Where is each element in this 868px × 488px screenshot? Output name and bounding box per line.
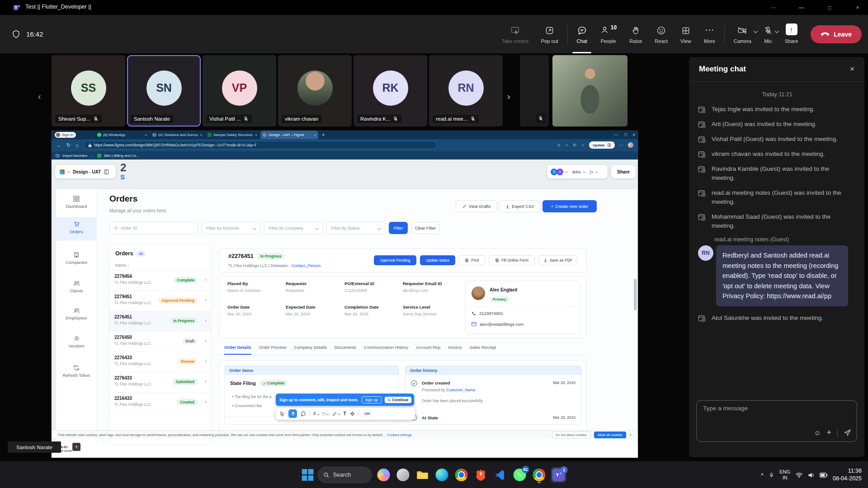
- excel-favicon-icon: [208, 133, 212, 137]
- file-explorer-icon[interactable]: [415, 467, 430, 483]
- lightshot-icon[interactable]: [396, 467, 411, 483]
- more-icon: ⋯: [705, 24, 714, 35]
- app-sidebar: Dashboard Orders Companies Clients: [56, 189, 97, 446]
- panel-title: Order history: [405, 366, 581, 375]
- leave-button[interactable]: Leave: [811, 25, 862, 43]
- item-bullet: • The filing fee for the a: [232, 394, 271, 399]
- update-icon: [607, 143, 611, 147]
- strip-scroll-left-icon[interactable]: ‹: [38, 91, 41, 102]
- tray-mic-icon[interactable]: [769, 472, 774, 479]
- more-button[interactable]: ⋯ More: [698, 15, 722, 53]
- overlay-plus-icon: +: [72, 443, 80, 451]
- message-sender: read.ai meeting notes (Guest): [714, 236, 856, 243]
- favorites-bar: Import favorites | Bills | Billing and C…: [52, 151, 638, 160]
- chat-date-header: Today 11:21: [698, 91, 856, 98]
- brave-icon[interactable]: [473, 467, 489, 483]
- toolbar-divider: [567, 24, 568, 44]
- order-row: 2216433 TL Flex Holdings LLC Created ›: [109, 393, 211, 413]
- download-icon: [505, 204, 509, 209]
- react-button[interactable]: React: [648, 15, 674, 53]
- chat-close-icon[interactable]: ×: [850, 65, 854, 74]
- sidebar-item-orders: Orders: [56, 221, 97, 234]
- chrome-icon[interactable]: [454, 467, 469, 483]
- start-button[interactable]: [302, 469, 314, 481]
- figma-collab-toolbar: S A 94% ▷: [547, 165, 608, 178]
- taskbar-search[interactable]: Search: [318, 467, 372, 483]
- chrome-profile-icon[interactable]: [532, 467, 547, 483]
- raise-hand-button[interactable]: Raise: [623, 15, 648, 53]
- cookie-banner: This website uses cookies, pixel tags, a…: [52, 430, 638, 439]
- close-button[interactable]: ×: [847, 0, 868, 15]
- mic-button[interactable]: Mic: [757, 15, 774, 53]
- people-icon: 10: [600, 24, 617, 35]
- avatar: VP: [222, 70, 257, 106]
- divider: [689, 81, 864, 82]
- field: Service Level Same Day Service: [403, 305, 466, 316]
- search-icon: [324, 472, 330, 478]
- tray-expand-icon[interactable]: ^: [761, 472, 764, 479]
- participant-tile-speaking[interactable]: SN Santosh Narate: [127, 55, 201, 127]
- titlebar-more-icon[interactable]: ⋯: [763, 0, 784, 15]
- vscode-icon[interactable]: [493, 467, 508, 483]
- wifi-icon[interactable]: [795, 472, 803, 478]
- send-icon[interactable]: [844, 429, 851, 436]
- language-indicator[interactable]: ENGIN: [779, 469, 790, 481]
- edge-icon[interactable]: [434, 467, 450, 483]
- move-tool-icon: [280, 411, 285, 417]
- monitor-cursor-icon: [510, 24, 520, 35]
- participant-tile[interactable]: SS Shivani Sup...: [52, 55, 125, 127]
- chat-input-box[interactable]: ☺ +: [696, 400, 857, 442]
- view-drafts-button: View Drafts: [456, 200, 497, 212]
- order-company: TL Flex Holdings LLC | Delaware -: [228, 263, 292, 268]
- chevron-down-icon: [253, 226, 256, 230]
- field: Order Date Mar 20, 2024: [227, 305, 286, 316]
- pop-out-button[interactable]: Pop out: [535, 15, 565, 53]
- browser-menu-icon: ⋯: [619, 143, 623, 147]
- copilot-icon[interactable]: [376, 467, 392, 483]
- teams-badge: 1: [561, 466, 568, 474]
- component-tool-icon: [350, 411, 355, 416]
- mic-off-icon: [538, 116, 543, 121]
- participant-tile-partial[interactable]: [520, 55, 549, 127]
- chat-button[interactable]: Chat: [571, 15, 594, 53]
- presenter-name-tag: Santosh Narate: [8, 441, 61, 453]
- excel-favicon-icon: [97, 154, 101, 158]
- clock[interactable]: 11:3808-04-2025: [833, 467, 862, 483]
- volume-icon[interactable]: [808, 472, 815, 478]
- battery-icon[interactable]: [820, 473, 828, 478]
- order-item-name: State Filing: [230, 380, 256, 386]
- row-chevron-icon: ›: [205, 297, 207, 303]
- chat-title: Meeting chat: [699, 65, 746, 74]
- participant-tile[interactable]: vikram chavan: [278, 55, 352, 127]
- view-button[interactable]: View: [674, 15, 698, 53]
- whatsapp-icon[interactable]: 81: [512, 467, 528, 483]
- smiley-icon: [656, 24, 666, 35]
- share-button[interactable]: ↑ Share: [778, 15, 804, 53]
- teams-icon[interactable]: 1: [551, 467, 566, 483]
- sidebar-item-employees: Employees: [56, 308, 97, 320]
- teams-logo-icon: [14, 4, 20, 11]
- toolbar-divider: [724, 24, 725, 44]
- chat-icon: [577, 24, 587, 35]
- history-event-title: At State: [422, 415, 438, 420]
- detail-tab: Order Details: [224, 345, 251, 355]
- participant-tile[interactable]: RN read.ai mee...: [429, 55, 503, 127]
- figma-favicon-icon: [263, 133, 267, 137]
- minimize-button[interactable]: —: [791, 0, 812, 15]
- avatar: RK: [373, 70, 408, 106]
- orders-rows: 2279454 TL Flex Holdings LLC Complete › …: [109, 271, 211, 413]
- strip-scroll-right-icon[interactable]: ›: [507, 91, 510, 102]
- emoji-icon[interactable]: ☺: [814, 429, 821, 436]
- figma-signup-banner: Sign up to comment, edit, inspect and mo…: [276, 394, 414, 406]
- participant-tile[interactable]: VP Vishal Patil ...: [203, 55, 276, 127]
- detail-tab: Invoice: [448, 345, 462, 355]
- camera-button[interactable]: Camera: [727, 15, 752, 53]
- participant-tile-video[interactable]: [552, 55, 627, 127]
- maximize-button[interactable]: □: [819, 0, 840, 15]
- order-row: 2276433 TL Flex Holdings LLC Submitted ›: [109, 372, 211, 393]
- message-input[interactable]: [702, 404, 847, 412]
- participant-tile[interactable]: RK Ravindra K...: [354, 55, 427, 127]
- people-button[interactable]: 10 People: [594, 15, 623, 53]
- attach-plus-icon[interactable]: +: [826, 428, 831, 437]
- take-control-button[interactable]: Take control: [495, 15, 534, 53]
